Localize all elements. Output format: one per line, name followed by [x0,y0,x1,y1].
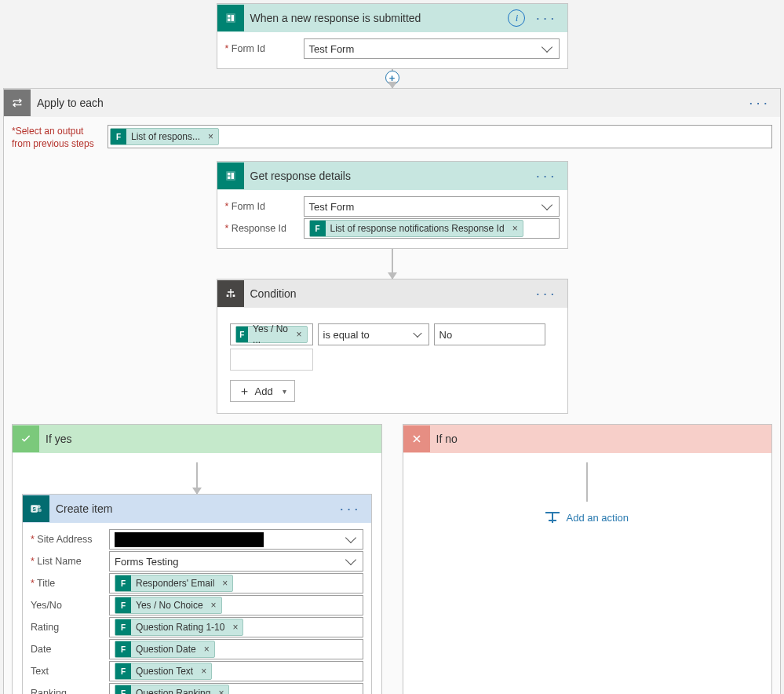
forms-token-icon: F [115,619,131,635]
svg-point-12 [37,505,41,509]
get-response-details-menu-button[interactable]: · · · [530,170,560,182]
trigger-menu-button[interactable]: · · · [530,13,560,24]
responseid-token[interactable]: F List of response notifications Respons… [309,220,523,237]
svg-rect-1 [228,15,230,17]
chevron-down-icon: ▾ [283,387,286,396]
field-label: * Title [31,578,109,589]
add-action-button[interactable]: Add an action [413,502,763,533]
forms-icon [217,163,244,189]
no-branch-title: If no [430,433,766,445]
field-input[interactable]: Forms Testing [109,551,363,572]
info-icon[interactable]: i [508,9,525,27]
svg-rect-0 [226,13,235,23]
create-item-field-row: RankingFQuestion Ranking× [31,683,363,694]
loop-icon [4,89,31,116]
add-action-icon [545,512,560,523]
condition-empty-slot[interactable] [230,349,313,371]
field-label: Yes/No [31,600,109,611]
condition-header[interactable]: Condition · · · [217,279,567,308]
getdetails-responseid-label: Response Id [232,223,286,234]
apply-to-each-menu-button[interactable]: · · · [743,97,774,109]
svg-rect-3 [231,15,233,21]
trigger-formid-select[interactable]: Test Form [304,38,560,59]
field-input[interactable]: FResponders' Email× [109,573,363,594]
token-remove-button[interactable]: × [215,688,227,694]
sharepoint-icon: S [23,495,49,522]
forms-token-icon: F [115,663,131,679]
svg-rect-4 [226,171,235,181]
create-item-header[interactable]: S Create item · · · [23,495,371,523]
create-item-field-row: * TitleFResponders' Email× [31,573,363,594]
condition-left-token[interactable]: F Yes / No ... × [235,326,308,343]
forms-token-icon: F [310,221,326,236]
token-remove-button[interactable]: × [229,622,241,633]
dynamic-token[interactable]: FQuestion Text× [115,663,212,680]
field-input[interactable] [109,529,363,550]
field-label: Date [31,644,109,655]
condition-operator-select[interactable]: is equal to [318,323,429,345]
token-remove-button[interactable]: × [198,666,210,677]
create-item-menu-button[interactable]: · · · [334,503,364,515]
create-item-field-row: DateFQuestion Date× [31,639,363,659]
yes-branch: If yes S Create item · · · [12,424,382,694]
get-response-details-header[interactable]: Get response details · · · [217,162,567,190]
get-response-details-title: Get response details [244,170,531,182]
insert-step-button[interactable]: + [385,71,399,85]
field-label: Rating [31,622,109,633]
trigger-header[interactable]: When a new response is submitted i · · · [217,4,567,32]
forms-token-icon: F [115,575,131,591]
create-item-field-row: RatingFQuestion Rating 1-10× [31,617,363,637]
apply-to-each-header[interactable]: Apply to each · · · [4,89,780,117]
apply-select-token[interactable]: F List of respons... × [110,128,219,145]
no-branch-header[interactable]: If no [403,425,772,453]
svg-point-13 [38,509,42,513]
svg-text:S: S [32,506,36,512]
create-item-card: S Create item · · · * Site Address* List… [22,494,372,694]
condition-left-input[interactable]: F Yes / No ... × [230,323,313,345]
yes-branch-title: If yes [39,433,375,445]
trigger-formid-row: * Form Id Test Form [225,38,560,59]
create-item-field-row: * List NameForms Testing [31,551,363,572]
create-item-field-row: TextFQuestion Text× [31,661,363,681]
apply-select-input[interactable]: F List of respons... × [108,125,772,148]
yes-branch-header[interactable]: If yes [13,425,381,453]
getdetails-responseid-input[interactable]: F List of response notifications Respons… [304,218,560,239]
dynamic-token[interactable]: FQuestion Ranking× [115,685,229,694]
token-remove-button[interactable]: × [201,644,213,655]
field-input[interactable]: FQuestion Date× [109,639,363,659]
apply-to-each-title: Apply to each [31,97,743,109]
field-input[interactable]: FQuestion Text× [109,661,363,681]
condition-card: Condition · · · F Yes / No ... × [217,279,568,414]
check-icon [13,426,39,452]
token-remove-button[interactable]: × [208,600,220,611]
dynamic-token[interactable]: FQuestion Date× [115,641,215,658]
token-remove-button[interactable]: × [205,131,217,142]
token-remove-button[interactable]: × [509,223,521,234]
create-item-field-row: * Site Address [31,529,363,550]
condition-menu-button[interactable]: · · · [530,288,560,300]
svg-rect-2 [228,19,230,21]
token-remove-button[interactable]: × [293,329,304,340]
field-input[interactable]: FQuestion Ranking× [109,683,363,694]
trigger-formid-value: Test Form [309,43,355,55]
dynamic-token[interactable]: FQuestion Rating 1-10× [115,619,243,636]
forms-icon [217,5,244,31]
field-input[interactable]: FQuestion Rating 1-10× [109,617,363,637]
svg-rect-5 [228,173,230,175]
forms-token-icon: F [115,685,131,694]
field-label: * List Name [31,556,109,567]
dynamic-token[interactable]: FYes / No Choice× [115,597,222,614]
apply-to-each-card: Apply to each · · · *Select an output fr… [3,88,781,694]
trigger-formid-label: Form Id [232,43,265,54]
dynamic-token[interactable]: FResponders' Email× [115,575,233,592]
field-label: Text [31,666,109,677]
condition-right-input[interactable]: No [434,323,545,345]
forms-token-icon: F [115,597,131,613]
condition-add-button[interactable]: ＋ Add ▾ [230,380,295,402]
field-label: * Site Address [31,534,109,545]
redacted-value [115,532,264,547]
getdetails-formid-select[interactable]: Test Form [304,196,560,217]
get-response-details-card: Get response details · · · * Form Id Tes… [217,161,568,249]
token-remove-button[interactable]: × [219,578,231,589]
field-input[interactable]: FYes / No Choice× [109,595,363,615]
